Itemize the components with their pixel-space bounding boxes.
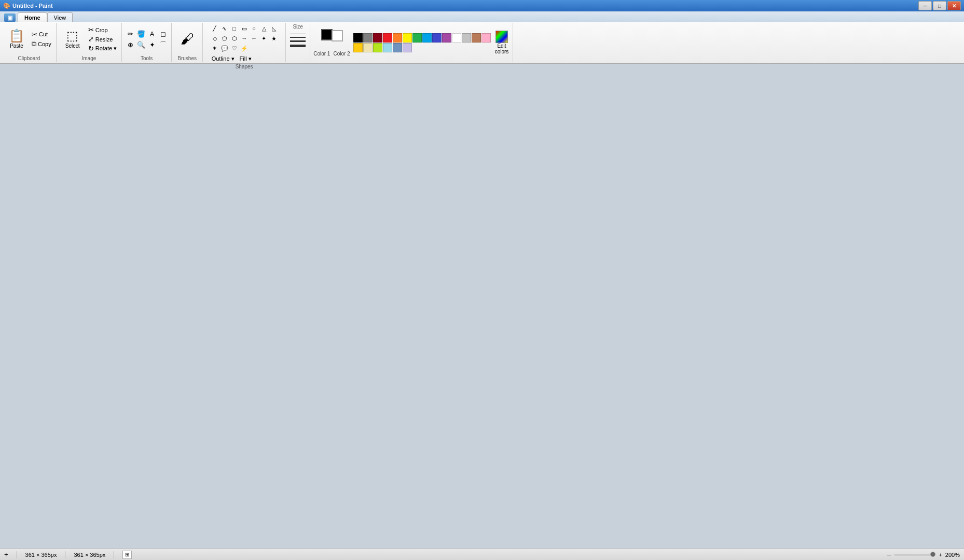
color2-swatch[interactable] (332, 30, 343, 41)
fill-tool[interactable]: 🪣 (136, 29, 146, 39)
brushes-icon[interactable]: 🖌 (176, 29, 198, 50)
curve-tool[interactable]: ⌒ (158, 39, 168, 50)
close-button[interactable]: ✕ (947, 1, 961, 10)
palette-color-14[interactable] (353, 43, 363, 52)
zoom-out-btn[interactable]: ─ (887, 552, 891, 558)
shape-star6[interactable]: ✶ (210, 44, 219, 53)
shape-heart[interactable]: ♡ (230, 44, 239, 53)
select-button[interactable]: ⬚ Select (60, 24, 86, 54)
airbrush-tool[interactable]: ✦ (147, 39, 157, 50)
shape-rrtriangle[interactable]: ◺ (269, 24, 279, 33)
page-indicator[interactable]: ⊞ (122, 551, 132, 559)
shape-rect[interactable]: □ (230, 24, 239, 33)
palette-color-10[interactable] (452, 33, 461, 43)
shape-arrow-r[interactable]: → (240, 34, 249, 43)
resize-label: Resize (95, 36, 113, 43)
size-line-4[interactable] (290, 45, 306, 47)
resize-button[interactable]: ⤢ Resize (87, 35, 118, 44)
palette-color-13[interactable] (481, 33, 491, 43)
crop-icon: ✂ (88, 26, 94, 34)
ribbon-body: 📋 Paste ✂ Cut ⧉ Copy Clipboard (0, 22, 964, 63)
size-group-label: Size (293, 24, 302, 30)
size-line-1[interactable] (290, 34, 306, 34)
cut-label: Cut (39, 31, 48, 37)
home-orb[interactable]: ▣ (4, 13, 16, 22)
outline-label: Outline ▾ (212, 55, 235, 62)
rotate-label: Rotate ▾ (95, 45, 117, 52)
ribbon-group-colors: Color 1 Color 2 Edit colors Colors (310, 23, 513, 62)
app-icon: 🎨 (3, 3, 10, 9)
palette-color-8[interactable] (432, 33, 442, 43)
color1-label: Color 1 (313, 51, 330, 57)
palette-color-12[interactable] (472, 33, 481, 43)
paste-icon: 📋 (9, 30, 24, 42)
title-bar-controls: ─ □ ✕ (918, 1, 961, 10)
shape-curve[interactable]: ∿ (220, 24, 229, 33)
shape-hexagon[interactable]: ⬡ (230, 34, 239, 43)
palette-color-5[interactable] (403, 33, 412, 43)
paste-button[interactable]: 📋 Paste (5, 24, 28, 54)
palette-color-7[interactable] (422, 33, 432, 43)
ribbon-group-image: ⬚ Select ✂ Crop ⤢ Resize ↻ Rotate ▾ (57, 23, 122, 62)
pencil-tool[interactable]: ✏ (125, 29, 135, 39)
status-bar: + 361 × 365px 361 × 365px ⊞ ─ + 200% (0, 549, 964, 560)
palette-color-17[interactable] (383, 43, 392, 52)
dimensions2: 361 × 365px (74, 552, 105, 558)
minimize-button[interactable]: ─ (918, 1, 932, 10)
shape-pentagon[interactable]: ⬠ (220, 34, 229, 43)
zoom-slider[interactable] (894, 554, 935, 556)
sep2 (65, 551, 65, 558)
shape-lightning[interactable]: ⚡ (240, 44, 249, 53)
palette-color-16[interactable] (373, 43, 382, 52)
shape-arrow-l[interactable]: ← (250, 34, 259, 43)
title-bar: 🎨 Untitled - Paint ─ □ ✕ (0, 0, 964, 11)
palette-color-11[interactable] (462, 33, 471, 43)
palette-color-2[interactable] (373, 33, 382, 43)
shape-diamond[interactable]: ◇ (210, 34, 219, 43)
palette-color-4[interactable] (393, 33, 402, 43)
edit-colors-button[interactable]: Edit colors (494, 30, 510, 55)
magnify-tool[interactable]: 🔍 (136, 39, 146, 50)
palette-color-0[interactable] (353, 33, 363, 43)
palette-color-19[interactable] (403, 43, 412, 52)
ribbon-group-size: Size (286, 23, 310, 62)
palette-color-18[interactable] (393, 43, 402, 52)
shape-line[interactable]: ╱ (210, 24, 219, 33)
eraser-tool[interactable]: ◻ (158, 29, 168, 39)
select-icon: ⬚ (66, 30, 78, 42)
fill-shape-button[interactable]: Fill ▾ (238, 55, 253, 63)
palette-color-15[interactable] (363, 43, 373, 52)
maximize-button[interactable]: □ (933, 1, 946, 10)
shape-callout[interactable]: 💬 (220, 44, 229, 53)
resize-icon: ⤢ (88, 35, 94, 43)
shape-ellipse[interactable]: ○ (250, 24, 259, 33)
ribbon-group-shapes: ╱ ∿ □ ▭ ○ △ ◺ ◇ ⬠ ⬡ → ← ✦ ★ ✶ 💬 ♡ (203, 23, 286, 62)
text-tool[interactable]: A (147, 29, 157, 39)
tab-home[interactable]: Home (18, 12, 47, 22)
cut-button[interactable]: ✂ Cut (30, 30, 53, 39)
select-label: Select (65, 43, 80, 49)
colorpick-tool[interactable]: ⊕ (125, 39, 135, 50)
color1-swatch[interactable] (321, 29, 333, 40)
palette-color-6[interactable] (412, 33, 422, 43)
size-line-3[interactable] (290, 40, 306, 42)
palette-color-9[interactable] (442, 33, 451, 43)
zoom-in-btn[interactable]: + (939, 552, 942, 558)
edit-colors-icon (495, 31, 508, 43)
brushes-group-label: Brushes (177, 55, 197, 61)
status-zoom: ─ + 200% (887, 552, 960, 558)
shape-triangle[interactable]: △ (259, 24, 269, 33)
copy-button[interactable]: ⧉ Copy (30, 39, 53, 49)
outline-button[interactable]: Outline ▾ (210, 55, 236, 63)
shape-star4[interactable]: ✦ (259, 34, 269, 43)
shape-star5[interactable]: ★ (269, 34, 279, 43)
palette-color-3[interactable] (383, 33, 392, 43)
palette-color-1[interactable] (363, 33, 373, 43)
shape-roundrect[interactable]: ▭ (240, 24, 249, 33)
rotate-button[interactable]: ↻ Rotate ▾ (87, 44, 118, 53)
ribbon-group-clipboard: 📋 Paste ✂ Cut ⧉ Copy Clipboard (2, 23, 57, 62)
crop-button[interactable]: ✂ Crop (87, 25, 118, 34)
size-line-2[interactable] (290, 37, 306, 38)
tab-view[interactable]: View (47, 12, 73, 22)
copy-label: Copy (38, 41, 51, 47)
